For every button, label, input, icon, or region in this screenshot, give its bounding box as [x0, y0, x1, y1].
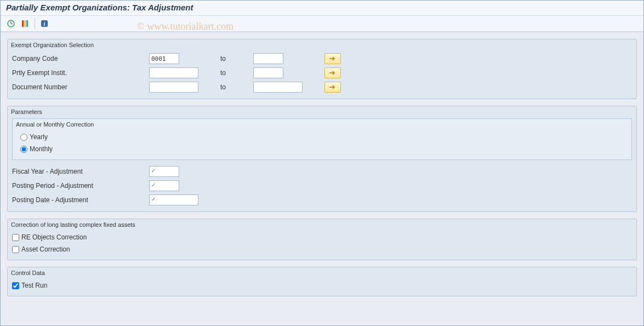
to-label: to	[220, 69, 253, 77]
doc-number-from-input[interactable]	[149, 82, 198, 93]
group-title: Annual or Monthly Correction	[16, 121, 627, 128]
radio-row-yearly: Yearly	[17, 131, 627, 143]
checkbox-re-objects-label: RE Objects Correction	[21, 233, 87, 241]
label-fiscal-year: Fiscal Year - Adjustment	[12, 168, 149, 175]
svg-line-2	[11, 24, 13, 24]
execute-icon	[7, 19, 15, 28]
row-company-code: Company Code to	[12, 52, 632, 66]
row-prtly-exempt: Prtly Exempt Instit. to	[12, 66, 632, 80]
radio-row-monthly: Monthly	[17, 143, 627, 155]
radio-monthly[interactable]	[20, 146, 27, 153]
arrow-right-icon	[329, 84, 337, 90]
posting-date-input[interactable]	[149, 195, 198, 205]
group-parameters: Parameters Annual or Monthly Correction …	[7, 106, 637, 212]
toolbar: i	[1, 16, 643, 32]
posting-period-input[interactable]	[149, 180, 179, 191]
group-title: Control Data	[11, 270, 632, 276]
label-prtly-exempt: Prtly Exempt Instit.	[12, 69, 149, 77]
label-posting-period: Posting Period - Adjustment	[12, 182, 149, 190]
check-row-asset-correction: Asset Correction	[12, 243, 632, 255]
svg-text:i: i	[44, 21, 45, 27]
prtly-exempt-multiselect-button[interactable]	[324, 67, 341, 78]
page-title: Partially Exempt Organizations: Tax Adju…	[6, 3, 638, 12]
group-correction-assets: Correction of long lasting complex fixed…	[7, 219, 637, 260]
company-code-from-input[interactable]	[149, 53, 179, 64]
toolbar-separator	[35, 18, 35, 29]
content-area: Exempt Organization Selection Company Co…	[1, 32, 643, 310]
group-title: Correction of long lasting complex fixed…	[11, 221, 632, 228]
company-code-to-input[interactable]	[253, 53, 283, 64]
to-label: to	[220, 55, 253, 62]
checkbox-re-objects[interactable]	[12, 234, 19, 241]
title-bar: Partially Exempt Organizations: Tax Adju…	[1, 1, 643, 16]
row-posting-date: Posting Date - Adjustment ✓	[12, 193, 632, 207]
checkbox-test-run-label: Test Run	[21, 282, 47, 289]
group-control-data: Control Data Test Run	[7, 267, 637, 296]
checkbox-asset-correction[interactable]	[12, 246, 19, 253]
row-fiscal-year: Fiscal Year - Adjustment ✓	[12, 164, 632, 179]
check-row-test-run: Test Run	[12, 279, 632, 291]
prtly-exempt-to-input[interactable]	[253, 67, 283, 78]
arrow-right-icon	[329, 70, 337, 76]
label-company-code: Company Code	[12, 55, 149, 62]
group-exempt-selection: Exempt Organization Selection Company Co…	[7, 39, 637, 99]
prtly-exempt-from-input[interactable]	[149, 67, 198, 78]
row-doc-number: Document Number to	[12, 80, 632, 94]
group-annual-monthly: Annual or Monthly Correction Yearly Mont…	[12, 118, 632, 160]
group-title: Exempt Organization Selection	[11, 42, 632, 48]
fiscal-year-input[interactable]	[149, 166, 179, 177]
radio-monthly-label: Monthly	[30, 145, 53, 153]
variant-button[interactable]	[19, 18, 31, 29]
to-label: to	[220, 83, 253, 91]
variant-icon	[21, 19, 30, 28]
check-row-re-objects: RE Objects Correction	[12, 231, 632, 243]
radio-yearly-label: Yearly	[30, 133, 48, 141]
label-doc-number: Document Number	[12, 83, 149, 91]
company-code-multiselect-button[interactable]	[324, 53, 341, 64]
checkbox-test-run[interactable]	[12, 282, 19, 289]
svg-rect-5	[26, 20, 28, 27]
doc-number-multiselect-button[interactable]	[324, 82, 341, 93]
row-posting-period: Posting Period - Adjustment ✓	[12, 179, 632, 193]
info-icon: i	[40, 19, 49, 28]
svg-rect-4	[24, 20, 26, 27]
info-button[interactable]: i	[38, 18, 50, 29]
label-posting-date: Posting Date - Adjustment	[12, 196, 149, 204]
svg-rect-3	[22, 20, 24, 27]
doc-number-to-input[interactable]	[253, 82, 303, 93]
checkbox-asset-correction-label: Asset Correction	[21, 245, 70, 253]
arrow-right-icon	[329, 56, 337, 61]
group-title: Parameters	[11, 108, 632, 115]
execute-button[interactable]	[5, 18, 17, 29]
radio-yearly[interactable]	[20, 134, 27, 141]
